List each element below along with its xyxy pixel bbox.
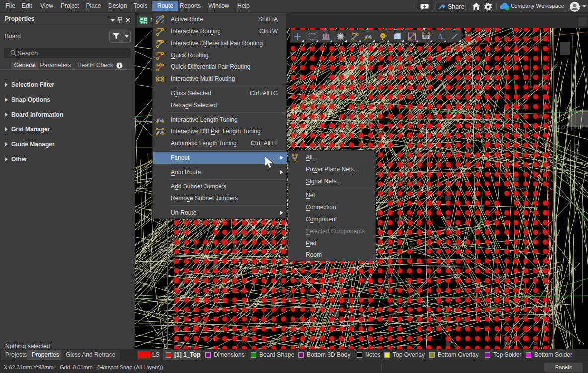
svg-text:R45: R45 [521, 105, 531, 111]
svg-text:C459: C459 [315, 144, 327, 149]
svg-text:22: 22 [375, 73, 381, 78]
svg-text:22: 22 [371, 62, 376, 67]
svg-text:C123: C123 [306, 290, 311, 301]
svg-text:C77: C77 [317, 86, 327, 92]
svg-text:R310: R310 [384, 271, 390, 283]
svg-text:10: 10 [424, 35, 428, 38]
svg-text:0229: 0229 [287, 290, 292, 300]
svg-text:22: 22 [275, 227, 280, 232]
svg-text:C1a1: C1a1 [502, 334, 513, 339]
svg-text:C77: C77 [507, 251, 513, 261]
svg-text:C1a1: C1a1 [384, 184, 389, 194]
svg-text:0229: 0229 [469, 145, 474, 155]
svg-text:0603: 0603 [278, 281, 284, 293]
svg-text:104: 104 [452, 242, 457, 249]
svg-text:A: A [438, 32, 443, 41]
svg-text:ҹ c1a1 0229: ҹ c1a1 0229 [553, 124, 588, 131]
svg-text:U30: U30 [306, 116, 312, 125]
svg-text:C459: C459 [573, 144, 581, 159]
svg-text:0201: 0201 [439, 249, 444, 261]
svg-text:0402: 0402 [395, 179, 406, 185]
svg-text:22: 22 [381, 168, 386, 174]
svg-text:C88: C88 [410, 242, 415, 251]
svg-text:C77: C77 [362, 281, 367, 290]
svg-text:0229: 0229 [345, 116, 350, 126]
svg-text:0603: 0603 [365, 116, 371, 128]
svg-text:22: 22 [345, 300, 351, 306]
svg-text:C88: C88 [395, 218, 404, 223]
